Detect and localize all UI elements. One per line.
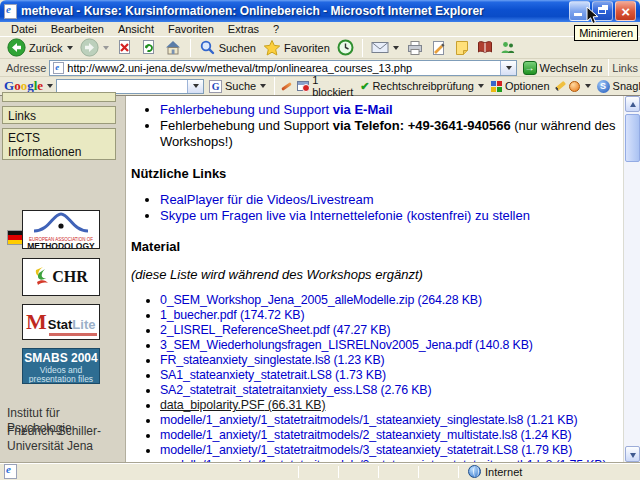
print-button[interactable] (404, 38, 426, 58)
eam-logo[interactable]: EUROPEAN ASSOCIATION OF METHODOLOGY (22, 210, 100, 249)
menu-item-extras[interactable]: Extras (221, 23, 266, 35)
highlight-wand-icon[interactable] (281, 82, 292, 91)
extra-dropdown-icon[interactable] (585, 84, 591, 88)
google-search-options-dropdown[interactable] (260, 84, 266, 88)
go-arrow-icon (523, 61, 537, 75)
file-link[interactable]: 1_buecher.pdf (174.72 KB) (160, 308, 304, 322)
google-logo-dropdown-icon[interactable] (47, 84, 53, 88)
address-url: http://www2.uni-jena.de/svw/metheval/tmp… (67, 62, 499, 74)
skype-link[interactable]: Skype um Fragen live via Internettelefon… (160, 208, 530, 223)
file-link[interactable]: FR_stateanxiety_singlestate.ls8 (1.23 KB… (160, 353, 385, 367)
file-link[interactable]: SA2_statetrait_statetraitanxiety_ess.LS8… (160, 383, 431, 397)
file-link[interactable]: modelle/1_anxiety/1_statetraitmodels/3_s… (160, 443, 572, 457)
support-email-link[interactable]: Fehlerbehebung und Support via E-Mail (160, 102, 393, 117)
menu-item-datei[interactable]: Datei (4, 23, 44, 35)
file-list-item: 1_buecher.pdf (174.72 KB) (160, 308, 621, 323)
statlite-logo[interactable]: StatLite (22, 304, 100, 340)
scroll-down-button[interactable] (625, 446, 640, 462)
chevron-down-icon (506, 66, 512, 70)
forward-button[interactable] (78, 38, 111, 58)
notes-button[interactable] (452, 38, 472, 58)
google-search-dropdown[interactable] (187, 80, 203, 93)
title-bar[interactable]: metheval - Kurse: Kursinformationen: Onl… (0, 0, 640, 22)
file-link[interactable]: modelle/1_anxiety/1_statetraitmodels/1_s… (160, 413, 578, 427)
statusbar-separator (378, 466, 379, 478)
snagit-button[interactable]: S SnagIt (595, 76, 640, 96)
spellcheck-label: Rechtschreibprüfung (372, 80, 474, 92)
history-button[interactable] (335, 38, 356, 58)
list-item: Fehlerbehebung und Support via E-Mail (160, 102, 621, 118)
useful-links-heading: Nützliche Links (131, 166, 621, 182)
file-link[interactable]: data_bipolarity.PSF (66.31 KB) (160, 398, 325, 412)
stop-button[interactable] (114, 38, 135, 58)
file-link[interactable]: SA1_stateanxiety_statetrait.LS8 (1.73 KB… (160, 368, 386, 382)
status-page-icon (4, 464, 17, 479)
search-button[interactable]: Suchen (197, 38, 258, 58)
file-link[interactable]: 0_SEM_Workshop_Jena_2005_alleModelle.zip… (160, 293, 482, 307)
options-button[interactable]: Optionen (489, 76, 552, 96)
sidebar-button-partial[interactable] (2, 92, 116, 102)
mail-button[interactable] (369, 38, 401, 58)
options-label: Optionen (505, 80, 550, 92)
close-button[interactable] (615, 1, 636, 21)
go-button[interactable]: Wechseln zu (520, 61, 606, 75)
scroll-up-button[interactable] (625, 96, 640, 112)
toolbar-separator (190, 39, 191, 57)
messenger-icon (500, 40, 516, 55)
google-search-button[interactable]: G Suche (207, 76, 268, 96)
back-dropdown-icon[interactable] (67, 46, 73, 50)
googlebar-right-cluster: S SnagIt (569, 76, 640, 96)
spellcheck-dropdown-icon[interactable] (478, 84, 484, 88)
minimize-icon (574, 13, 582, 16)
sidebar-button-ects[interactable]: ECTS Informationen (2, 128, 116, 160)
file-link[interactable]: modelle/1_anxiety/1_statetraitmodels/2_s… (160, 428, 572, 442)
popup-blocker-button[interactable]: 1 blockiert (295, 76, 355, 96)
menu-item-favoriten[interactable]: Favoriten (161, 23, 221, 35)
statlite-m-icon (26, 312, 47, 332)
chevron-down-icon (193, 84, 199, 88)
google-g-icon: G (209, 80, 222, 93)
autofill-pencil-icon[interactable] (555, 81, 566, 91)
chr-logo[interactable]: CHR (22, 258, 100, 296)
address-dropdown-button[interactable] (500, 61, 516, 75)
forward-dropdown-icon[interactable] (103, 46, 109, 50)
edit-button[interactable] (429, 38, 449, 58)
book-icon (477, 40, 493, 55)
discuss-button[interactable] (475, 38, 495, 58)
file-list-item: modelle/1_anxiety/1_statetraitmodels/1_s… (160, 413, 621, 428)
print-icon (406, 40, 424, 56)
smabs-banner[interactable]: SMABS 2004 Videos and presentation files (22, 348, 100, 384)
file-list-item: modelle/1_anxiety/1_statetraitmodels/2_s… (160, 428, 621, 443)
menu-item-hilfe[interactable]: ? (266, 23, 286, 35)
toolbar-separator (362, 39, 363, 57)
home-button[interactable] (162, 38, 184, 58)
links-toolbar-label[interactable]: Links (612, 62, 638, 74)
home-icon (164, 39, 182, 56)
refresh-button[interactable] (138, 38, 159, 58)
window-controls (569, 1, 636, 21)
file-link[interactable]: 2_LISREL_ReferenceSheet.pdf (47.27 KB) (160, 323, 391, 337)
messenger-button[interactable] (498, 38, 518, 58)
scrollbar-thumb[interactable] (625, 114, 640, 162)
globe-icon (468, 465, 481, 478)
menu-item-bearbeiten[interactable]: Bearbeiten (44, 23, 111, 35)
menu-item-ansicht[interactable]: Ansicht (111, 23, 161, 35)
favorites-button[interactable]: Favoriten (261, 38, 332, 58)
sidebar-button-links[interactable]: Links (2, 106, 116, 124)
list-item: Skype um Fragen live via Internettelefon… (160, 208, 621, 224)
mouse-cursor (586, 6, 599, 25)
file-list-item: SA1_stateanxiety_statetrait.LS8 (1.73 KB… (160, 368, 621, 383)
mail-dropdown-icon[interactable] (393, 46, 399, 50)
google-search-input[interactable] (57, 80, 187, 92)
back-button[interactable]: Zurück (5, 38, 75, 58)
realplayer-link[interactable]: RealPlayer für die Videos/Livestream (160, 192, 374, 207)
vertical-scrollbar[interactable] (623, 96, 640, 462)
university-link[interactable]: Friedrich-Schiller-Universität Jena (7, 424, 119, 454)
address-input[interactable]: http://www2.uni-jena.de/svw/metheval/tmp… (49, 60, 516, 76)
extra-toolbar-icon[interactable] (569, 81, 580, 92)
stop-icon (116, 39, 133, 56)
browser-viewport: Links ECTS Informationen EUROPEAN ASSOCI… (0, 96, 640, 462)
statusbar-separator (298, 466, 299, 478)
file-link[interactable]: 3_SEM_Wiederholungsfragen_LISRELNov2005_… (160, 338, 533, 352)
spellcheck-button[interactable]: ✔ Rechtschreibprüfung (358, 76, 486, 96)
